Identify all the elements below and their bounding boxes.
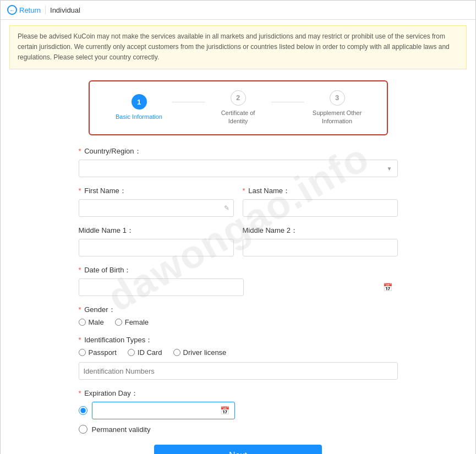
step-label-1: Basic Information: [116, 113, 162, 121]
step-2: 2 Certificate ofIdentity: [205, 90, 271, 126]
id-type-driver-label: Driver license: [183, 348, 227, 357]
expiration-date-wrapper: 📅: [92, 402, 235, 419]
expiration-date-radio[interactable]: [79, 406, 87, 415]
country-select-wrapper: ▼: [79, 160, 398, 177]
id-type-card-radio[interactable]: [128, 349, 135, 356]
permanent-validity-row: Permanent validity: [79, 425, 398, 434]
step-label-2: Certificate ofIdentity: [221, 109, 255, 126]
notice-bar: Please be advised KuCoin may not make th…: [9, 25, 467, 69]
last-name-col: * Last Name：: [243, 186, 398, 226]
id-type-driver[interactable]: Driver license: [173, 348, 227, 357]
step-circle-2: 2: [231, 90, 246, 106]
id-number-wrapper: [79, 362, 398, 380]
step-3: 3 Supplement OtherInformation: [304, 90, 370, 126]
header-divider: [45, 6, 46, 14]
step-label-3: Supplement OtherInformation: [313, 109, 362, 126]
id-type-passport-radio[interactable]: [79, 349, 86, 356]
middle-name2-col: Middle Name 2：: [243, 226, 398, 265]
id-type-driver-radio[interactable]: [173, 349, 180, 356]
name-row: * First Name： ✎ * Last Name：: [79, 186, 398, 226]
first-name-col: * First Name： ✎: [79, 186, 234, 226]
first-name-input[interactable]: [79, 199, 234, 217]
middle-name-row: Middle Name 1： Middle Name 2：: [79, 226, 398, 265]
permanent-validity-label: Permanent validity: [92, 425, 151, 434]
return-icon: ←: [7, 5, 17, 15]
gender-radio-group: Male Female: [79, 318, 398, 326]
country-required: *: [79, 147, 81, 155]
middle-name2-group: Middle Name 2：: [243, 226, 398, 256]
next-button[interactable]: Next: [154, 445, 322, 454]
gender-label: * Gender：: [79, 305, 398, 315]
gender-male-radio[interactable]: [79, 319, 86, 326]
middle-name2-label: Middle Name 2：: [243, 226, 398, 236]
id-type-card-label: ID Card: [138, 348, 162, 357]
id-type-card[interactable]: ID Card: [128, 348, 162, 357]
last-name-group: * Last Name：: [243, 186, 398, 217]
gender-female-label: Female: [125, 318, 149, 326]
dob-group: * Date of Birth： 📅: [79, 265, 398, 296]
last-name-input[interactable]: [243, 199, 398, 217]
gender-female-option[interactable]: Female: [115, 318, 149, 326]
middle-name1-col: Middle Name 1：: [79, 226, 234, 265]
middle-name1-input[interactable]: [79, 239, 234, 256]
permanent-validity-radio[interactable]: [79, 425, 87, 434]
id-type-passport-label: Passport: [89, 348, 117, 357]
dob-input[interactable]: [79, 278, 244, 296]
dob-label: * Date of Birth：: [79, 265, 398, 275]
last-name-label: * Last Name：: [243, 186, 398, 196]
edit-icon-first: ✎: [224, 204, 229, 212]
id-type-passport[interactable]: Passport: [79, 348, 117, 357]
page-title: Individual: [50, 6, 80, 14]
gender-male-option[interactable]: Male: [79, 318, 104, 326]
step-1: 1 Basic Information: [106, 94, 172, 121]
first-name-label: * First Name：: [79, 186, 234, 196]
id-types-label: * Identification Types：: [79, 335, 398, 345]
calendar-icon-dob: 📅: [383, 283, 392, 292]
middle-name1-label: Middle Name 1：: [79, 226, 234, 236]
step-connector-1: [172, 102, 205, 102]
country-select[interactable]: [79, 160, 398, 177]
expiration-label: * Expiration Day：: [79, 389, 398, 398]
return-button[interactable]: ← Return: [7, 5, 41, 15]
gender-male-label: Male: [89, 318, 104, 326]
expiration-row: 📅: [79, 402, 398, 419]
gender-group: * Gender： Male Female: [79, 305, 398, 326]
country-label: * Country/Region：: [79, 146, 398, 156]
notice-text: Please be advised KuCoin may not make th…: [18, 32, 450, 61]
country-group: * Country/Region： ▼: [79, 146, 398, 177]
gender-female-radio[interactable]: [115, 319, 122, 326]
steps-box: 1 Basic Information 2 Certificate ofIden…: [89, 80, 388, 136]
step-connector-2: [271, 102, 304, 102]
step-circle-3: 3: [330, 90, 345, 106]
dob-input-wrapper: 📅: [79, 278, 398, 296]
expiration-date-input[interactable]: [92, 402, 235, 419]
first-name-group: * First Name： ✎: [79, 186, 234, 217]
middle-name1-group: Middle Name 1：: [79, 226, 234, 256]
id-types-group: * Identification Types： Passport ID Card…: [79, 335, 398, 380]
id-number-input[interactable]: [79, 362, 398, 380]
step-circle-1: 1: [132, 94, 147, 110]
middle-name2-input[interactable]: [243, 239, 398, 256]
id-types-radio-group: Passport ID Card Driver license: [79, 348, 398, 357]
return-label: Return: [19, 6, 41, 14]
expiration-group: * Expiration Day： 📅 Permanent validity: [79, 389, 398, 434]
first-name-wrapper: ✎: [79, 199, 234, 217]
